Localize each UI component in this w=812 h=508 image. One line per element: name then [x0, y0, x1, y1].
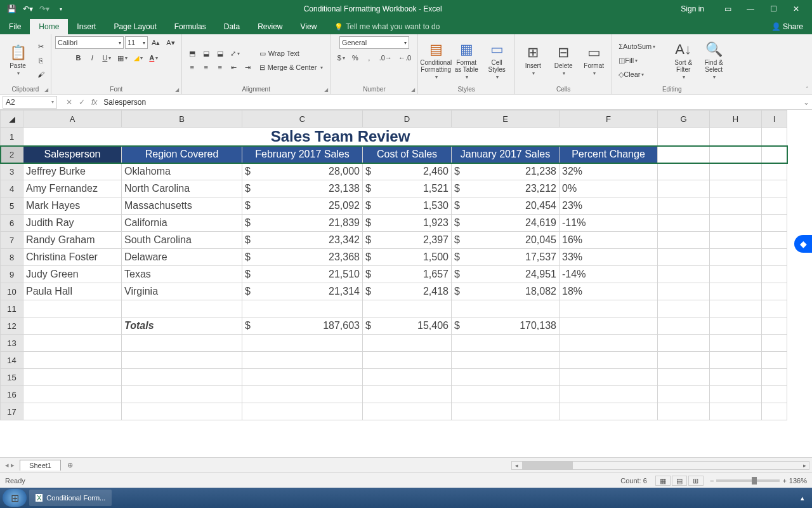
percent-button[interactable]: % [349, 51, 362, 64]
cell-region[interactable]: South Carolina [122, 232, 242, 249]
cell-cost[interactable]: $2,418 [363, 283, 452, 300]
font-launcher[interactable]: ◢ [175, 87, 179, 93]
cell-E2[interactable]: January 2017 Sales [452, 146, 560, 163]
col-I[interactable]: I [762, 110, 787, 128]
cell-name[interactable]: Mark Hayes [23, 197, 122, 215]
tab-formulas[interactable]: Formulas [166, 19, 215, 34]
tab-review[interactable]: Review [249, 19, 291, 34]
decrease-decimal-button[interactable]: ←.0 [396, 51, 414, 64]
row-2[interactable]: 2 [1, 146, 23, 163]
cell-region[interactable]: Virginia [122, 283, 242, 300]
cell-B2[interactable]: Region Covered [122, 146, 242, 163]
cell-pct[interactable]: 32% [560, 163, 658, 180]
cell-jan[interactable]: $21,238 [452, 163, 560, 180]
row-9[interactable]: 9 [1, 266, 23, 283]
row-12[interactable]: 12 [1, 318, 23, 335]
col-H[interactable]: H [710, 110, 762, 128]
autosum-button[interactable]: AutoSum [616, 40, 667, 53]
system-tray[interactable]: ▴ [801, 494, 809, 502]
cell-pct[interactable]: 23% [560, 197, 658, 215]
row-4[interactable]: 4 [1, 180, 23, 197]
col-G[interactable]: G [658, 110, 710, 128]
row-13[interactable]: 13 [1, 335, 23, 352]
border-button[interactable] [115, 51, 130, 64]
delete-cells-button[interactable]: Delete [549, 40, 577, 81]
sort-filter-button[interactable]: Sort & Filter [669, 40, 697, 81]
cell-feb[interactable]: $21,314 [242, 283, 363, 300]
fill-color-button[interactable] [131, 51, 145, 64]
wrap-text-button[interactable]: ▭ Wrap Text [257, 47, 327, 60]
col-C[interactable]: C [242, 110, 363, 128]
expand-formula-icon[interactable]: ⌄ [801, 98, 812, 107]
copy-button[interactable] [34, 54, 47, 67]
cut-button[interactable] [34, 40, 47, 53]
zoom-level[interactable]: 136% [789, 477, 807, 485]
align-middle-button[interactable]: ⬓ [200, 47, 213, 60]
minimize-icon[interactable]: — [742, 4, 759, 13]
save-icon[interactable]: 💾 [5, 4, 18, 13]
cell-region[interactable]: Delaware [122, 249, 242, 266]
cell-pct[interactable]: -11% [560, 215, 658, 232]
format-cells-button[interactable]: Format [580, 40, 608, 81]
cell-region[interactable]: Oklahoma [122, 163, 242, 180]
clear-button[interactable]: ◇ Clear [616, 68, 667, 81]
clipboard-launcher[interactable]: ◢ [44, 87, 48, 93]
undo-icon[interactable]: ↶▾ [22, 4, 34, 13]
cell-region[interactable]: North Carolina [122, 180, 242, 197]
cell-jan[interactable]: $17,537 [452, 249, 560, 266]
cell-region[interactable]: California [122, 215, 242, 232]
cell-jan[interactable]: $20,045 [452, 232, 560, 249]
cell-jan[interactable]: $24,619 [452, 215, 560, 232]
cell-cost[interactable]: $1,657 [363, 266, 452, 283]
cell-name[interactable]: Judith Ray [23, 215, 122, 232]
col-F[interactable]: F [560, 110, 658, 128]
cell-C2[interactable]: February 2017 Sales [242, 146, 363, 163]
horizontal-scrollbar[interactable]: ◂▸ [511, 461, 809, 470]
cell-feb[interactable]: $23,368 [242, 249, 363, 266]
cell-jan[interactable]: $24,951 [452, 266, 560, 283]
tab-insert[interactable]: Insert [68, 19, 105, 34]
tab-data[interactable]: Data [215, 19, 249, 34]
view-normal-button[interactable]: ▦ [655, 476, 671, 486]
cell-cost[interactable]: $2,460 [363, 163, 452, 180]
italic-button[interactable]: I [86, 51, 98, 64]
dropbox-icon[interactable]: ◆ [794, 235, 812, 253]
close-icon[interactable]: ✕ [788, 4, 804, 13]
insert-cells-button[interactable]: Insert [519, 40, 547, 81]
signin-link[interactable]: Sign in [673, 4, 712, 13]
orientation-button[interactable]: ⤢ [228, 47, 242, 60]
font-color-button[interactable] [147, 51, 160, 64]
cell-cost[interactable]: $2,397 [363, 232, 452, 249]
title-cell[interactable]: Sales Team Review [23, 128, 658, 146]
cell-cost[interactable]: $1,530 [363, 197, 452, 215]
cell-pct[interactable]: 16% [560, 232, 658, 249]
start-button[interactable]: ⊞ [3, 489, 27, 507]
tab-file[interactable]: File [0, 19, 30, 34]
row-5[interactable]: 5 [1, 197, 23, 215]
redo-icon[interactable]: ↷▾ [38, 4, 51, 13]
cell-pct[interactable]: 18% [560, 283, 658, 300]
view-break-button[interactable]: ⊞ [688, 476, 704, 486]
zoom-slider[interactable] [716, 479, 780, 482]
row-16[interactable]: 16 [1, 386, 23, 403]
taskbar-excel[interactable]: XConditional Form... [29, 490, 112, 506]
zoom-in-button[interactable]: + [782, 477, 786, 485]
conditional-formatting-button[interactable]: Conditional Formatting [422, 40, 450, 81]
ribbon-options-icon[interactable]: ▭ [719, 4, 736, 13]
maximize-icon[interactable]: ☐ [765, 4, 782, 13]
tell-me[interactable]: Tell me what you want to do [325, 19, 449, 34]
number-launcher[interactable]: ◢ [411, 87, 415, 93]
alignment-launcher[interactable]: ◢ [324, 87, 328, 93]
totals-label[interactable]: Totals [122, 318, 242, 335]
totals-jan[interactable]: $170,138 [452, 318, 560, 335]
font-size-select[interactable]: 11▾ [125, 36, 148, 49]
cell-jan[interactable]: $18,082 [452, 283, 560, 300]
select-all[interactable]: ◢ [1, 110, 23, 128]
font-name-select[interactable]: Calibri▾ [55, 36, 124, 49]
sheet-nav[interactable]: ◂ ▸ [0, 461, 20, 469]
cell-styles-button[interactable]: Cell Styles [483, 40, 511, 81]
bold-button[interactable]: B [72, 51, 84, 64]
col-B[interactable]: B [122, 110, 242, 128]
fx-icon[interactable]: fx [91, 98, 101, 107]
format-as-table-button[interactable]: Format as Table [452, 40, 480, 81]
